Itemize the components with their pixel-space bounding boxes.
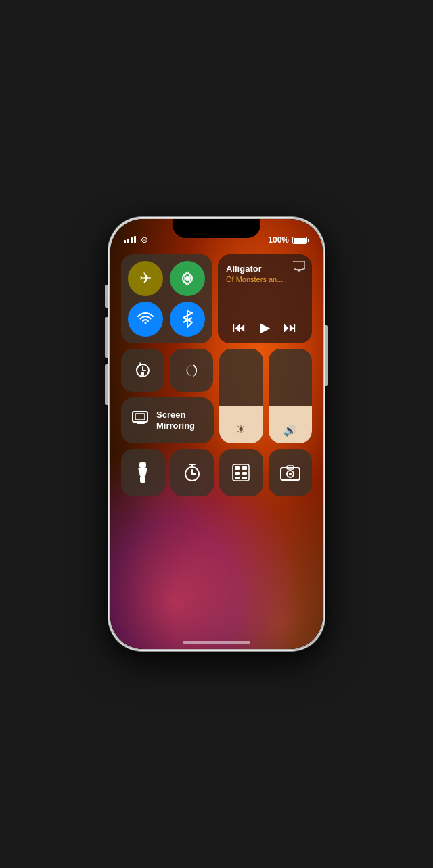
camera-button[interactable] — [269, 449, 313, 496]
calculator-icon — [232, 464, 250, 481]
notch — [173, 219, 260, 238]
row-bottom-tools — [121, 449, 312, 496]
flashlight-button[interactable] — [121, 449, 165, 496]
connectivity-block: ✈ — [121, 254, 212, 343]
play-button[interactable]: ▶ — [260, 319, 270, 335]
control-center: ✈ — [121, 254, 312, 496]
svg-rect-15 — [242, 477, 247, 479]
svg-rect-13 — [242, 472, 247, 475]
volume-slider[interactable]: 🔊 — [269, 349, 313, 443]
battery-body — [292, 237, 307, 244]
svg-rect-12 — [235, 472, 240, 475]
screen-mirroring-icon — [132, 411, 150, 430]
brightness-icon: ☀ — [235, 422, 246, 437]
volume-down-button[interactable] — [105, 364, 108, 405]
timer-button[interactable] — [170, 449, 214, 496]
wifi-button[interactable] — [128, 302, 163, 337]
media-info: Alligator Of Monsters an... — [226, 262, 304, 283]
battery-fill — [294, 238, 306, 243]
svg-rect-6 — [139, 462, 146, 468]
media-player-block[interactable]: Alligator Of Monsters an... ⏮ ▶ ⏭ — [218, 254, 312, 343]
bluetooth-icon — [181, 310, 193, 328]
airplay-icon[interactable] — [293, 261, 305, 274]
svg-rect-14 — [235, 477, 240, 479]
media-title: Alligator — [226, 264, 304, 274]
svg-rect-10 — [235, 466, 240, 470]
volume-up-button[interactable] — [105, 317, 108, 358]
row-lock-dnd — [121, 349, 214, 392]
signal-bar-3 — [131, 237, 133, 243]
phone-screen: ⊜ 100% ✈ — [110, 219, 323, 649]
bluetooth-button[interactable] — [170, 302, 205, 337]
airplane-mode-button[interactable]: ✈ — [128, 261, 163, 296]
fast-forward-button[interactable]: ⏭ — [283, 320, 297, 335]
mute-button[interactable] — [105, 285, 108, 308]
svg-point-1 — [185, 276, 189, 281]
flashlight-icon — [137, 462, 148, 483]
brightness-slider[interactable]: ☀ — [219, 349, 263, 443]
signal-bars — [124, 236, 136, 243]
power-button[interactable] — [325, 325, 328, 386]
cellular-button[interactable] — [170, 261, 205, 296]
wifi-status-icon: ⊜ — [141, 235, 148, 245]
svg-rect-7 — [140, 476, 145, 483]
battery-icon — [292, 237, 309, 244]
cellular-icon — [179, 270, 196, 287]
right-col-middle: ☀ 🔊 — [219, 349, 312, 443]
rotation-lock-button[interactable] — [121, 349, 164, 392]
timer-icon — [183, 463, 202, 482]
row-connectivity-media: ✈ — [121, 254, 312, 343]
moon-icon — [184, 363, 199, 378]
wallpaper: ⊜ 100% ✈ — [110, 219, 323, 649]
battery-tip — [308, 239, 309, 242]
left-col-middle: Screen Mirroring — [121, 349, 214, 443]
calculator-button[interactable] — [219, 449, 263, 496]
screen-mirroring-label-line1: Screen — [156, 410, 195, 420]
volume-icon: 🔊 — [283, 424, 297, 437]
signal-bar-2 — [127, 239, 129, 243]
media-controls: ⏮ ▶ ⏭ — [226, 319, 304, 335]
status-left: ⊜ — [124, 235, 148, 245]
status-right: 100% — [268, 235, 309, 245]
home-indicator[interactable] — [183, 641, 250, 644]
screen-mirroring-text: Screen Mirroring — [156, 410, 195, 431]
svg-point-19 — [289, 473, 292, 475]
rotation-lock-icon — [134, 362, 152, 379]
signal-bar-1 — [124, 240, 126, 243]
camera-icon — [280, 464, 300, 481]
airplay-svg — [293, 261, 305, 272]
rewind-button[interactable]: ⏮ — [233, 320, 246, 335]
svg-rect-5 — [135, 414, 145, 420]
svg-rect-3 — [141, 372, 144, 376]
do-not-disturb-button[interactable] — [170, 349, 213, 392]
media-artist: Of Monsters an... — [226, 275, 304, 283]
battery-percent: 100% — [268, 235, 289, 245]
svg-rect-11 — [242, 466, 247, 470]
row-middle: Screen Mirroring ☀ 🔊 — [121, 349, 312, 443]
signal-bar-4 — [134, 236, 136, 243]
screen-mirror-svg — [132, 411, 150, 426]
screen-mirroring-label-line2: Mirroring — [156, 420, 195, 431]
screen-mirroring-button[interactable]: Screen Mirroring — [121, 397, 214, 443]
wifi-icon — [137, 312, 154, 326]
phone-frame: ⊜ 100% ✈ — [108, 217, 325, 651]
